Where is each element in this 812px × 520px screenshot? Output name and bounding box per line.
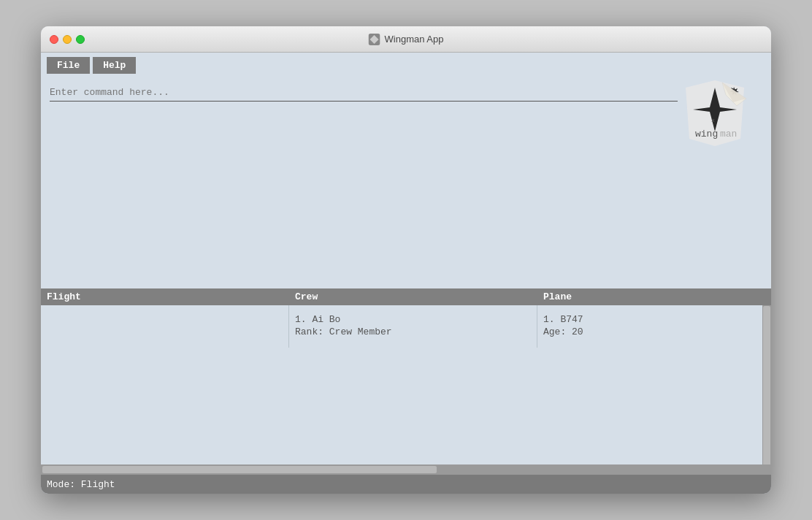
plane-line2: Age: 20 bbox=[543, 326, 757, 337]
vertical-scrollbar[interactable] bbox=[762, 305, 771, 465]
window-title: Wingman App bbox=[369, 34, 444, 45]
plane-line1: 1. B747 bbox=[543, 314, 757, 325]
svg-text:wing: wing bbox=[695, 129, 718, 139]
close-button[interactable] bbox=[50, 35, 58, 44]
header-crew: Crew bbox=[295, 291, 543, 302]
traffic-lights bbox=[50, 35, 85, 44]
command-underline bbox=[50, 101, 678, 102]
command-input[interactable] bbox=[50, 84, 678, 101]
maximize-button[interactable] bbox=[76, 35, 85, 44]
file-menu[interactable]: File bbox=[47, 57, 90, 74]
svg-text:man: man bbox=[720, 129, 737, 139]
title-text: Wingman App bbox=[385, 34, 444, 45]
cell-crew: 1. Ai Bo Rank: Crew Member bbox=[289, 305, 537, 348]
cell-plane: 1. B747 Age: 20 bbox=[537, 305, 762, 348]
header-plane: Plane bbox=[543, 291, 765, 302]
cell-flight bbox=[41, 305, 289, 348]
menu-bar: File Help bbox=[41, 53, 771, 78]
crew-line2: Rank: Crew Member bbox=[295, 326, 531, 337]
horizontal-scrollbar[interactable] bbox=[41, 464, 771, 475]
table-content[interactable]: 1. Ai Bo Rank: Crew Member 1. B747 Age: … bbox=[41, 305, 762, 465]
logo-area: x wing man bbox=[682, 77, 748, 153]
minimize-button[interactable] bbox=[63, 35, 72, 44]
table-row: 1. Ai Bo Rank: Crew Member 1. B747 Age: … bbox=[41, 305, 762, 348]
table-section: Flight Crew Plane 1. Ai Bo Rank: Crew Me… bbox=[41, 288, 771, 475]
title-bar: Wingman App bbox=[41, 26, 771, 53]
app-icon bbox=[369, 34, 380, 45]
h-scroll-thumb[interactable] bbox=[42, 466, 437, 473]
status-bar: Mode: Flight bbox=[41, 475, 771, 494]
wingman-logo: x wing man bbox=[682, 77, 748, 150]
table-wrapper: 1. Ai Bo Rank: Crew Member 1. B747 Age: … bbox=[41, 305, 771, 465]
app-window: Wingman App File Help bbox=[41, 26, 771, 494]
empty-space bbox=[41, 348, 762, 465]
svg-text:x: x bbox=[711, 117, 715, 123]
scrollbar-thumb[interactable] bbox=[763, 306, 770, 465]
crew-line1: 1. Ai Bo bbox=[295, 314, 531, 325]
command-area: x wing man bbox=[41, 78, 771, 102]
content-pane bbox=[41, 102, 771, 288]
table-header: Flight Crew Plane bbox=[41, 288, 771, 305]
status-mode: Mode: Flight bbox=[47, 479, 115, 490]
help-menu[interactable]: Help bbox=[93, 57, 136, 74]
header-flight: Flight bbox=[47, 291, 295, 302]
